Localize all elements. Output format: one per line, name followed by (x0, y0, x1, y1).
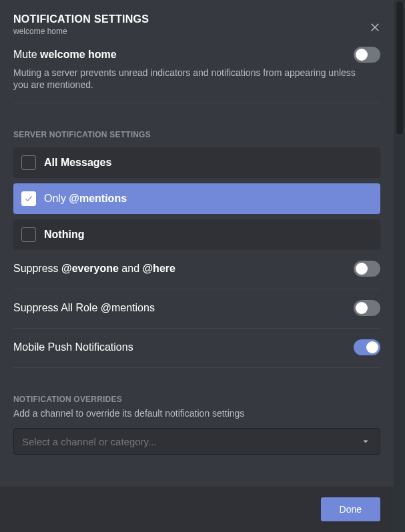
overrides-header: NOTIFICATION OVERRIDES (13, 395, 380, 404)
outer-scrollbar-thumb[interactable] (396, 1, 403, 135)
option-label: All Messages (44, 157, 111, 169)
mobile-push-row: Mobile Push Notifications (13, 339, 380, 355)
close-button[interactable] (367, 19, 383, 35)
divider (13, 367, 380, 368)
option-nothing[interactable]: Nothing (13, 219, 380, 250)
close-icon (369, 21, 381, 33)
divider (13, 328, 380, 329)
toggle-knob (356, 302, 368, 314)
chevron-down-icon (360, 435, 372, 447)
option-label-bold: @mentions (69, 193, 127, 204)
server-notif-header: SERVER NOTIFICATION SETTINGS (13, 130, 380, 139)
mute-description: Muting a server prevents unread indicato… (13, 67, 380, 91)
overrides-description: Add a channel to override its default no… (13, 408, 380, 419)
suppress-roles-row: Suppress All Role @mentions (13, 300, 380, 316)
toggle-knob (356, 263, 368, 275)
outer-scrollbar-track[interactable] (394, 0, 405, 532)
suppress-roles-label: Suppress All Role @mentions (13, 302, 155, 314)
mobile-push-toggle[interactable] (354, 339, 380, 355)
divider (13, 103, 380, 103)
toggle-knob (366, 341, 378, 353)
suppress-everyone-row: Suppress @everyone and @here (13, 261, 380, 277)
mute-row: Mute welcome home (13, 47, 380, 63)
mute-label-prefix: Mute (13, 49, 40, 60)
label-bold: @here (143, 263, 175, 274)
notification-level-group: All Messages Only @mentions Nothing (13, 147, 380, 250)
option-label-prefix: Only (44, 193, 69, 204)
checkbox-icon (21, 191, 36, 206)
label-text: and (119, 263, 143, 274)
label-text: Suppress (13, 263, 61, 274)
notification-settings-modal: NOTIFICATION SETTINGS welcome home Mute … (0, 0, 394, 532)
modal-header: NOTIFICATION SETTINGS welcome home (13, 13, 380, 36)
checkbox-icon (21, 227, 36, 242)
divider (13, 289, 380, 289)
suppress-roles-toggle[interactable] (354, 300, 380, 316)
select-placeholder: Select a channel or category... (22, 436, 157, 447)
option-all-messages[interactable]: All Messages (13, 147, 380, 178)
option-label: Nothing (44, 229, 84, 241)
mute-label: Mute welcome home (13, 49, 117, 61)
channel-select[interactable]: Select a channel or category... (13, 428, 380, 455)
suppress-everyone-label: Suppress @everyone and @here (13, 263, 175, 275)
mute-toggle[interactable] (354, 47, 380, 63)
option-label: Only @mentions (44, 193, 127, 205)
modal-scroll-area: NOTIFICATION SETTINGS welcome home Mute … (0, 0, 394, 487)
modal-title: NOTIFICATION SETTINGS (13, 13, 360, 25)
modal-subtitle: welcome home (13, 27, 360, 36)
done-button[interactable]: Done (321, 497, 380, 521)
label-bold: @everyone (61, 263, 119, 274)
suppress-everyone-toggle[interactable] (354, 261, 380, 277)
mobile-push-label: Mobile Push Notifications (13, 341, 133, 353)
mute-label-server: welcome home (40, 49, 117, 60)
option-only-mentions[interactable]: Only @mentions (13, 183, 380, 214)
toggle-knob (356, 49, 368, 61)
checkbox-icon (21, 155, 36, 170)
modal-footer: Done (0, 487, 394, 532)
